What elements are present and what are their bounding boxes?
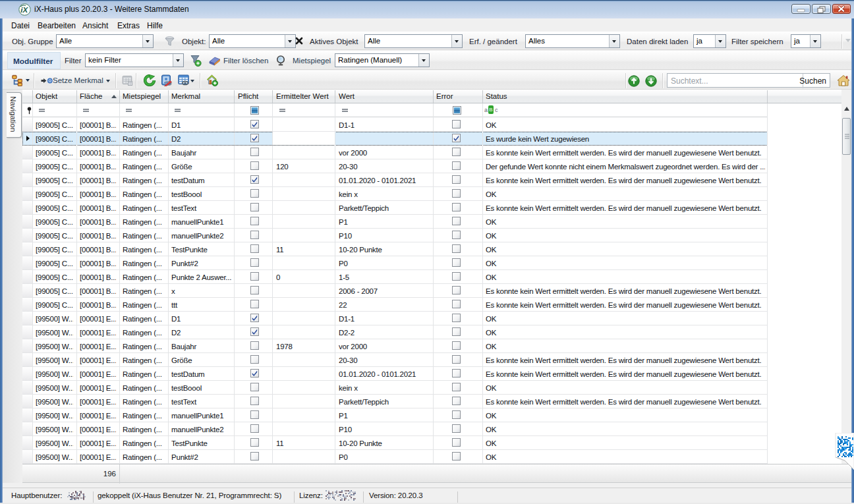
svg-text:iX: iX	[20, 6, 28, 14]
